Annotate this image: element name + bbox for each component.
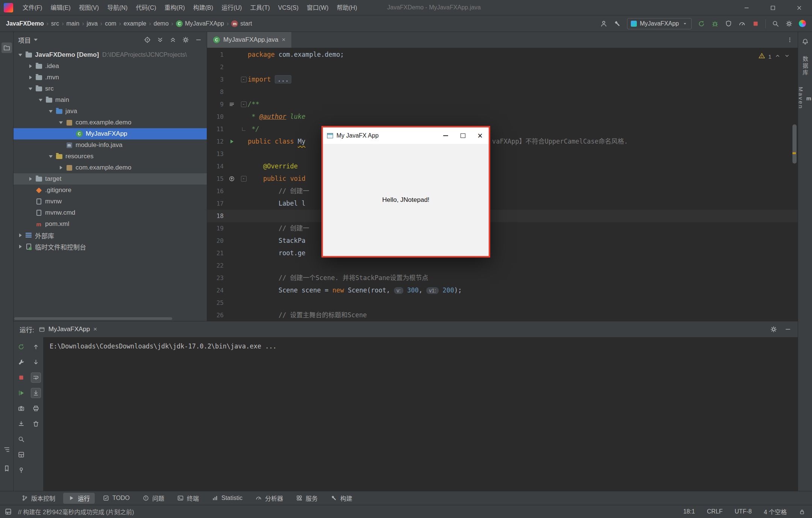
tool-window-button-终端[interactable]: 终端 xyxy=(172,493,204,504)
tree-item-mvnw.cmd[interactable]: mvnw.cmd xyxy=(14,207,207,218)
menu-item[interactable]: 窗口(W) xyxy=(303,0,333,15)
up-icon[interactable] xyxy=(31,342,41,352)
code-line-11[interactable]: 11 */ xyxy=(207,123,798,135)
breadcrumb-item[interactable]: CMyJavaFXApp xyxy=(176,20,224,27)
scroll-end-icon[interactable] xyxy=(31,388,41,398)
plugins-icon[interactable] xyxy=(799,20,806,27)
code-line-12[interactable]: 12public class MyvaFXApp】不符合UpperCamelCa… xyxy=(207,135,798,148)
tool-window-tab-数据库[interactable]: 数据库 xyxy=(801,56,809,76)
code-line-10[interactable]: 10 * @author luke xyxy=(207,111,798,123)
rerun-icon[interactable] xyxy=(698,20,705,27)
tree-item-JavaFXDemo[interactable]: JavaFXDemo [Demo]D:\IDEAProjects\JCNCPro… xyxy=(14,49,207,61)
tool-window-button-版本控制[interactable]: 版本控制 xyxy=(17,493,60,504)
build-hammer-icon[interactable] xyxy=(614,20,621,27)
code-line-2[interactable]: 2 xyxy=(207,61,798,73)
menu-item[interactable]: 构建(B) xyxy=(189,0,217,15)
code-line-17[interactable]: 17 Label l xyxy=(207,197,798,210)
dump-icon[interactable] xyxy=(16,419,26,429)
print-icon[interactable] xyxy=(31,403,41,413)
close-icon[interactable]: × xyxy=(93,326,97,333)
editor-tab[interactable]: C MyJavaFXApp.java × xyxy=(207,32,291,48)
fold-end-icon[interactable] xyxy=(242,127,245,131)
tree-item-pom.xml[interactable]: mpom.xml xyxy=(14,218,207,230)
code-line-21[interactable]: 21 root.ge xyxy=(207,247,798,259)
minimize-button[interactable] xyxy=(739,0,754,15)
code-line-19[interactable]: 19 // 创建一 xyxy=(207,222,798,235)
tool-window-button-构建[interactable]: 构建 xyxy=(326,493,357,504)
breadcrumb-item[interactable]: mstart xyxy=(231,20,252,27)
coverage-icon[interactable] xyxy=(725,20,732,27)
tree-chevron-icon[interactable] xyxy=(17,233,24,237)
vertical-scrollbar[interactable] xyxy=(792,124,797,164)
warning-stripe-mark[interactable] xyxy=(792,152,796,154)
horizontal-scrollbar[interactable] xyxy=(14,317,172,320)
tree-chevron-icon[interactable] xyxy=(27,88,34,90)
override-marker-icon[interactable] xyxy=(229,176,235,182)
project-title[interactable]: 项目 xyxy=(18,35,31,45)
stop-icon[interactable] xyxy=(16,373,26,383)
run-line-icon[interactable] xyxy=(229,138,235,145)
expand-all-icon[interactable] xyxy=(156,36,164,44)
search-everywhere-icon[interactable] xyxy=(772,20,779,27)
tool-window-button-Statistic[interactable]: Statistic xyxy=(207,493,247,504)
inspections-widget[interactable]: 1 xyxy=(758,52,790,61)
tool-window-tab-Maven[interactable]: mMaven xyxy=(798,87,812,109)
line-separator[interactable]: CRLF xyxy=(707,508,723,515)
menu-item[interactable]: 编辑(E) xyxy=(46,0,74,15)
tool-window-button-运行[interactable]: 运行 xyxy=(63,493,95,504)
code-line-8[interactable]: 8 xyxy=(207,86,798,98)
hide-icon[interactable] xyxy=(784,326,792,333)
user-icon[interactable] xyxy=(600,20,607,27)
collapse-all-icon[interactable] xyxy=(169,36,177,44)
javafx-title-bar[interactable]: My JavaFX App × xyxy=(323,127,489,144)
down-icon[interactable] xyxy=(31,357,41,367)
tree-item-com.example.demo[interactable]: com.example.demo xyxy=(14,162,207,173)
minimize-button[interactable] xyxy=(437,127,454,144)
menu-item[interactable]: 导航(N) xyxy=(103,0,132,15)
code-line-1[interactable]: 1package com.example.demo; xyxy=(207,48,798,61)
notifications-icon[interactable] xyxy=(801,38,809,45)
file-encoding[interactable]: UTF-8 xyxy=(735,508,751,515)
fold-marker-icon[interactable]: - xyxy=(241,77,247,82)
wrench-icon[interactable] xyxy=(16,357,26,367)
code-line-20[interactable]: 20 StackPa xyxy=(207,235,798,247)
breadcrumb-item[interactable]: example xyxy=(124,20,146,27)
code-line-13[interactable]: 13 xyxy=(207,148,798,160)
doc-render-icon[interactable] xyxy=(229,101,235,108)
breadcrumb-item[interactable]: demo xyxy=(154,20,169,27)
tree-chevron-icon[interactable] xyxy=(17,245,24,248)
tree-chevron-icon[interactable] xyxy=(47,110,55,113)
tree-chevron-icon[interactable] xyxy=(47,155,55,158)
tool-window-button-服务[interactable]: 服务 xyxy=(291,493,323,504)
menu-item[interactable]: 文件(F) xyxy=(18,0,46,15)
maximize-button[interactable] xyxy=(765,0,780,15)
previous-problem-icon[interactable] xyxy=(774,53,781,60)
code-line-22[interactable]: 22 xyxy=(207,259,798,272)
tree-chevron-icon[interactable] xyxy=(27,64,34,68)
code-line-16[interactable]: 16 // 创建一 xyxy=(207,185,798,197)
caret-position[interactable]: 18:1 xyxy=(683,508,695,515)
code-line-25[interactable]: 25 xyxy=(207,297,798,309)
tree-item-MyJavaFXApp[interactable]: CMyJavaFXApp xyxy=(14,128,207,139)
tree-chevron-icon[interactable] xyxy=(27,177,34,181)
fold-marker-icon[interactable]: - xyxy=(241,176,247,182)
run-tab[interactable]: MyJavaFXApp × xyxy=(39,326,97,333)
tree-item-com.example.demo[interactable]: com.example.demo xyxy=(14,117,207,128)
menu-item[interactable]: 重构(R) xyxy=(161,0,189,15)
pin-icon[interactable] xyxy=(16,465,26,475)
close-button[interactable] xyxy=(792,0,807,15)
rerun-icon[interactable] xyxy=(16,342,26,352)
lock-icon[interactable] xyxy=(799,509,805,515)
settings-icon[interactable] xyxy=(785,20,793,27)
code-line-18[interactable]: 18 xyxy=(207,210,798,222)
menu-item[interactable]: 工具(T) xyxy=(246,0,274,15)
code-line-23[interactable]: 23 // 创建一个Scene. 并将StackPane设置为根节点 xyxy=(207,272,798,284)
tree-item-外部库[interactable]: 外部库 xyxy=(14,230,207,241)
hide-icon[interactable] xyxy=(195,36,202,44)
tree-chevron-icon[interactable] xyxy=(27,76,34,79)
code-line-9[interactable]: 9-/** xyxy=(207,98,798,111)
tree-chevron-icon[interactable] xyxy=(17,54,24,56)
tree-chevron-icon[interactable] xyxy=(37,99,44,101)
code-line-14[interactable]: 14 @Override xyxy=(207,160,798,173)
close-icon[interactable]: × xyxy=(282,36,285,44)
